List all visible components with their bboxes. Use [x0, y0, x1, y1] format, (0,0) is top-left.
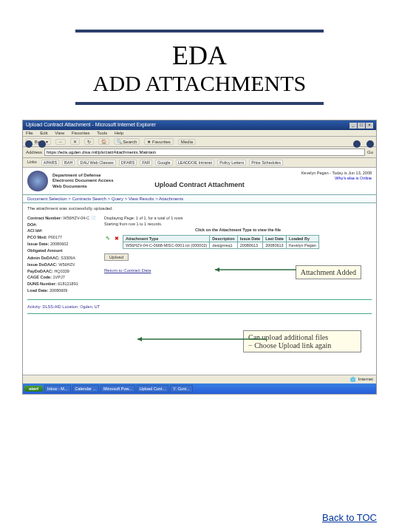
link-item[interactable]: Google: [155, 160, 173, 166]
max-icon[interactable]: □: [358, 123, 365, 129]
start-button[interactable]: start: [24, 386, 43, 392]
task-item[interactable]: Upload Cont...: [137, 385, 168, 392]
window-buttons: _□×: [349, 122, 373, 129]
link-item[interactable]: Policy Letters: [217, 160, 246, 166]
menubar: File Edit View Favorites Tools Help: [23, 130, 376, 137]
contract-details: Contract Number: W56HZV-04-C 📄 DO#: ACI …: [27, 216, 101, 294]
menu-view[interactable]: View: [55, 131, 64, 135]
dots-right: [350, 137, 377, 151]
upload-button[interactable]: Upload: [104, 253, 129, 261]
home-button[interactable]: 🏠: [98, 138, 109, 145]
link-item[interactable]: Price Schedules: [249, 160, 283, 166]
done-icon: 🌐: [350, 377, 355, 382]
min-icon[interactable]: _: [349, 123, 357, 129]
instruction: Click on the Attachment Type to view the…: [104, 228, 372, 232]
link-item[interactable]: LEADDOE Intranet: [176, 160, 214, 166]
task-item[interactable]: Microsoft Pow...: [100, 385, 135, 392]
taskbar: start Inbox - M... Calendar ... Microsof…: [23, 383, 376, 394]
edit-icon[interactable]: ✎: [104, 235, 112, 242]
forward-button[interactable]: →: [55, 139, 66, 145]
address-input[interactable]: [44, 149, 365, 156]
user-info: Kevelyn Pegan - Today is Jun 13, 2008 Wh…: [301, 171, 372, 180]
search-button[interactable]: 🔍 Search: [114, 138, 140, 145]
close-icon[interactable]: ×: [366, 123, 373, 129]
breadcrumb[interactable]: Document Selection > Contracts Search > …: [23, 194, 376, 203]
zone-label: Internet: [358, 377, 373, 382]
favorites-button[interactable]: ★ Favorites: [144, 138, 173, 145]
media-button[interactable]: Media: [178, 139, 196, 145]
th-last: Last Date: [263, 236, 287, 242]
svg-marker-3: [137, 337, 142, 341]
th-type: Attachment Type: [123, 236, 210, 242]
callout-added: Attachment Added: [296, 265, 361, 279]
top-rule: [75, 30, 324, 33]
th-issue: Issue Date: [237, 236, 263, 242]
address-bar: Address Go: [23, 147, 376, 158]
stop-button[interactable]: ✕: [70, 138, 80, 145]
menu-file[interactable]: File: [26, 131, 33, 135]
statusbar: 🌐 Internet: [23, 375, 376, 383]
nav-toolbar: ← Back ▾ → ✕ ↻ 🏠 🔍 Search ★ Favorites Me…: [23, 137, 376, 147]
mid-rule: [75, 102, 324, 105]
header-text: Department of Defense Electronic Documen…: [52, 173, 113, 189]
link-item[interactable]: DFARS: [119, 160, 137, 166]
browser-screenshot: Upload Contract Attachment - Microsoft I…: [22, 120, 377, 395]
window-titlebar: Upload Contract Attachment - Microsoft I…: [23, 120, 376, 130]
cell-type[interactable]: W56HZV-04-C-0668-MISC-0001.txt (000002): [123, 242, 210, 249]
upload-success-msg: The attachment was successfully uploaded…: [23, 203, 376, 214]
page-header: Department of Defense Electronic Documen…: [23, 168, 376, 194]
row-icons: ✎ ✖: [104, 235, 120, 242]
dod-seal-icon: [27, 171, 48, 191]
link-item[interactable]: BAH: [62, 160, 75, 166]
delete-icon[interactable]: ✖: [113, 235, 120, 242]
links-label: Links: [26, 160, 38, 166]
attachment-area: Displaying Page: 1 of 1, for a total of …: [104, 216, 372, 294]
title-eda: EDA: [22, 40, 377, 71]
task-item[interactable]: Calendar ...: [72, 385, 99, 392]
th-loaded: Loaded By: [286, 236, 318, 242]
link-item[interactable]: APARS: [41, 160, 59, 166]
divider: [27, 299, 372, 300]
title-sub: ADD ATTACHMENTS: [22, 71, 377, 96]
whos-online-link[interactable]: Who's else is Online: [335, 176, 372, 180]
back-to-toc-link[interactable]: Back to TOC: [322, 512, 377, 523]
task-item[interactable]: Y: Cont...: [170, 385, 193, 392]
page-content: Department of Defense Electronic Documen…: [23, 168, 376, 375]
callout-upload-more: Can upload additional files − Choose Upl…: [243, 330, 361, 352]
divider: [27, 313, 372, 314]
link-item[interactable]: DAU Web Classes: [78, 160, 115, 166]
table-row: W56HZV-04-C-0668-MISC-0001.txt (000002) …: [123, 242, 319, 249]
menu-help[interactable]: Help: [115, 131, 123, 135]
th-desc: Description: [210, 236, 237, 242]
menu-tools[interactable]: Tools: [97, 131, 107, 135]
links-bar: Links APARS BAH DAU Web Classes DFARS FA…: [23, 158, 376, 168]
page-title: Upload Contract Attachment: [154, 181, 245, 188]
window-title: Upload Contract Attachment - Microsoft I…: [26, 122, 156, 129]
paging-note: Displaying Page: 1 of 1, for a total of …: [104, 216, 372, 220]
menu-favorites[interactable]: Favorites: [72, 131, 90, 135]
activity-footer: Activity: DLSS-AID Location: Ogden, UT: [23, 303, 376, 310]
link-item[interactable]: FAR: [140, 160, 152, 166]
task-item[interactable]: Inbox - M...: [44, 385, 71, 392]
dots-left: [22, 137, 49, 151]
menu-edit[interactable]: Edit: [40, 131, 47, 135]
refresh-button[interactable]: ↻: [84, 138, 94, 145]
attachments-table: Attachment Type Description Issue Date L…: [123, 235, 319, 249]
